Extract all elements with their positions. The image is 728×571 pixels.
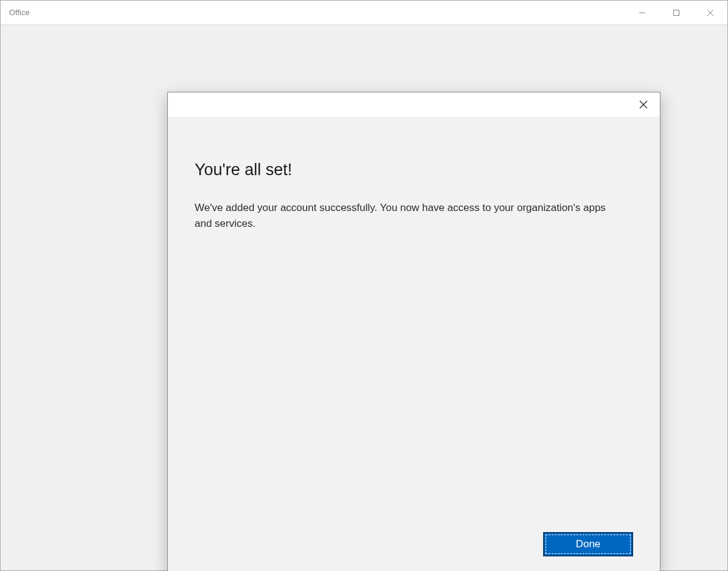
close-icon [639,100,648,109]
dialog-close-button[interactable] [633,94,654,115]
maximize-button[interactable] [659,1,693,25]
dialog-header [168,92,660,117]
close-window-button[interactable] [693,1,727,25]
minimize-button[interactable] [625,1,659,25]
minimize-icon [639,9,646,16]
dialog-body: You're all set! We've added your account… [168,117,660,571]
done-button[interactable]: Done [543,532,633,556]
dialog-title: You're all set! [195,161,633,179]
window-title: Office [1,8,30,17]
dialog-footer: Done [543,532,633,556]
svg-rect-1 [674,10,679,16]
maximize-icon [673,9,680,16]
content-area: You're all set! We've added your account… [1,25,727,570]
app-window: Office You're all set! We've added your … [0,0,728,571]
close-icon [707,9,714,16]
dialog-message: We've added your account successfully. Y… [195,200,620,231]
titlebar: Office [1,1,727,25]
account-added-dialog: You're all set! We've added your account… [167,92,660,571]
window-controls [625,1,727,24]
